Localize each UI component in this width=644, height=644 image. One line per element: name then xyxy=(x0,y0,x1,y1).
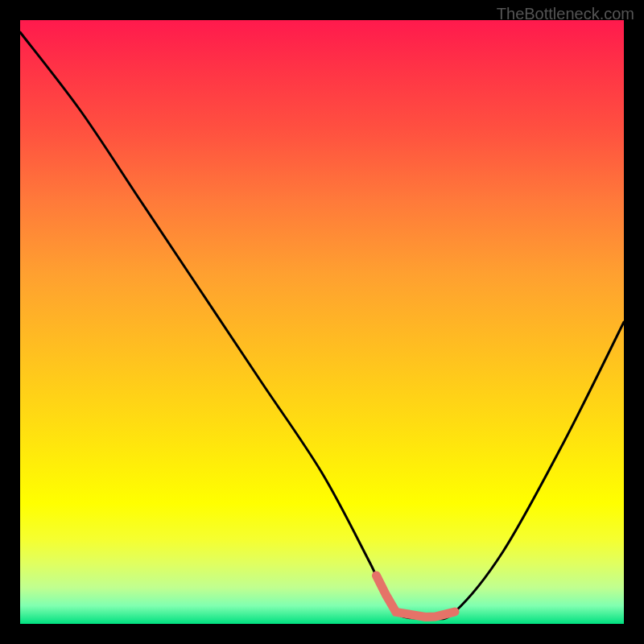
watermark-text: TheBottleneck.com xyxy=(497,5,634,23)
bottleneck-curve-line xyxy=(20,32,624,619)
optimal-range-marker xyxy=(377,576,456,617)
chart-svg xyxy=(20,20,624,624)
